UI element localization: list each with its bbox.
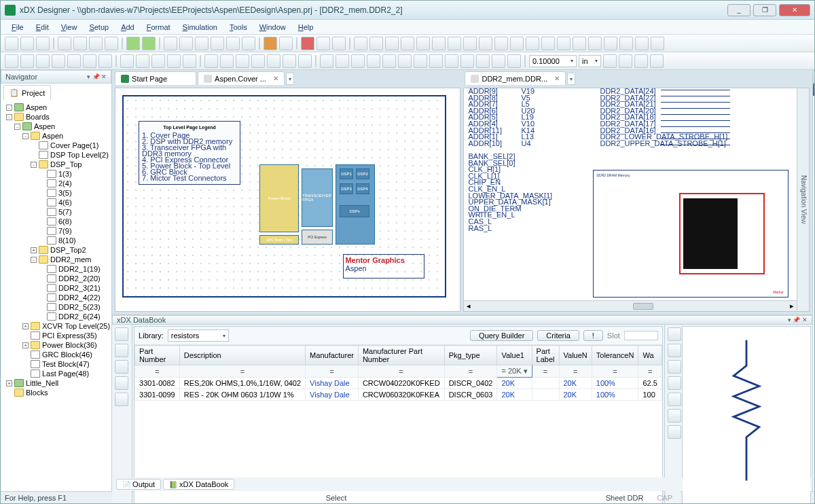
- tree-node[interactable]: PCI Express(35): [2, 331, 110, 340]
- tb-icon[interactable]: [494, 37, 508, 50]
- tree-node[interactable]: 2(4): [2, 179, 110, 188]
- tb-icon[interactable]: [73, 37, 87, 50]
- tb-icon[interactable]: [445, 54, 458, 68]
- tb-icon[interactable]: [242, 37, 255, 50]
- menu-simulation[interactable]: Simulation: [177, 22, 223, 33]
- tree-node[interactable]: DDR2_1(19): [2, 264, 110, 274]
- tb-icon[interactable]: [448, 37, 461, 50]
- tb-icon[interactable]: [226, 37, 240, 50]
- menu-add[interactable]: Add: [115, 22, 140, 33]
- tb-icon[interactable]: [557, 37, 570, 50]
- tb-icon[interactable]: [98, 54, 112, 68]
- tb-icon[interactable]: [604, 37, 617, 50]
- tb-icon[interactable]: [507, 54, 521, 68]
- tab-databook[interactable]: 📗 xDX DataBook: [163, 479, 234, 490]
- tree-node[interactable]: 1(3): [2, 169, 110, 179]
- slot-input[interactable]: [624, 331, 658, 340]
- tb-icon[interactable]: [401, 37, 414, 50]
- tb-icon[interactable]: [251, 54, 265, 68]
- tree-node[interactable]: DDR2_2(20): [2, 274, 110, 283]
- tree-node[interactable]: DDR2_4(22): [2, 293, 110, 302]
- tree-node[interactable]: -DSP_Top: [2, 160, 110, 169]
- db-tool-icon[interactable]: [668, 376, 681, 390]
- close-icon[interactable]: ✕: [550, 75, 560, 82]
- tb-icon[interactable]: [151, 54, 165, 68]
- tree-node[interactable]: Last Page(48): [2, 369, 110, 378]
- tree-node[interactable]: 6(8): [2, 217, 110, 226]
- menu-view[interactable]: View: [56, 22, 83, 33]
- tree-node[interactable]: +Little_Nell: [2, 378, 110, 388]
- warn-button[interactable]: !: [583, 330, 603, 341]
- db-tool-icon[interactable]: [668, 344, 681, 357]
- tree-node[interactable]: GRC Block(46): [2, 350, 110, 359]
- tb-icon[interactable]: [526, 37, 539, 50]
- menu-setup[interactable]: Setup: [84, 22, 114, 33]
- db-tool-icon[interactable]: [115, 344, 128, 357]
- schematic-cover[interactable]: Top Level Page Legend 1. Cover Page2. DS…: [115, 88, 460, 312]
- tree-node[interactable]: 3(5): [2, 188, 110, 198]
- tb-icon[interactable]: [120, 54, 134, 68]
- db-tool-icon[interactable]: [668, 360, 681, 374]
- schematic-ddr2[interactable]: ADDR[9]ADDR[8]ADDR[7]ADDR[6]ADDR[5]ADDR[…: [463, 88, 809, 312]
- tb-icon[interactable]: [183, 54, 196, 68]
- tab-output[interactable]: 📄 Output: [116, 479, 161, 490]
- tb-icon[interactable]: [650, 54, 664, 68]
- tb-icon[interactable]: [89, 37, 103, 50]
- tb-icon[interactable]: [492, 54, 505, 68]
- navigation-view-tab[interactable]: Navigation View: [797, 88, 809, 311]
- table-row[interactable]: 3301-0082RES,20k OHMS,1.0%,1/16W, 0402Vi…: [135, 378, 662, 389]
- tb-icon[interactable]: [211, 37, 224, 50]
- query-builder-button[interactable]: Query Builder: [470, 330, 533, 341]
- hscrollbar[interactable]: ◂▸: [464, 300, 796, 311]
- tb-icon[interactable]: [332, 37, 346, 50]
- tb-icon[interactable]: [105, 37, 118, 50]
- tb-icon[interactable]: [67, 54, 81, 68]
- tb-icon[interactable]: [236, 54, 249, 68]
- menu-edit[interactable]: Edit: [31, 22, 54, 33]
- tab-nav[interactable]: ▾: [567, 73, 575, 85]
- tree-node[interactable]: -Aspen: [2, 103, 110, 112]
- db-tool-icon[interactable]: [115, 376, 128, 390]
- tb-icon[interactable]: [367, 54, 380, 68]
- menu-window[interactable]: Window: [254, 22, 291, 33]
- tree-node[interactable]: DDR2_6(24): [2, 312, 110, 321]
- tb-icon[interactable]: [479, 37, 492, 50]
- tb-icon[interactable]: [414, 54, 427, 68]
- db-tool-icon[interactable]: [668, 393, 681, 406]
- close-button[interactable]: ✕: [779, 4, 810, 16]
- tb-icon[interactable]: [476, 54, 490, 68]
- tb-icon[interactable]: [20, 54, 34, 68]
- tb-icon[interactable]: [179, 37, 193, 50]
- tree-node[interactable]: Cover Page(1): [2, 141, 110, 150]
- tb-icon[interactable]: [136, 54, 149, 68]
- tree-node[interactable]: DSP Top Level(2): [2, 150, 110, 160]
- menu-tools[interactable]: Tools: [224, 22, 253, 33]
- tb-icon[interactable]: [279, 37, 293, 50]
- db-tool-icon[interactable]: [668, 327, 681, 341]
- tree-node[interactable]: 4(6): [2, 198, 110, 207]
- tb-icon[interactable]: [398, 54, 412, 68]
- tb-icon[interactable]: [83, 54, 96, 68]
- tb-icon[interactable]: [463, 37, 477, 50]
- menu-file[interactable]: File: [6, 22, 29, 33]
- tab-nav[interactable]: ▾: [286, 73, 294, 85]
- doc-tab-ddr2[interactable]: DDR2_mem.DDR...✕: [465, 71, 566, 85]
- db-tool-icon[interactable]: [115, 327, 128, 341]
- tb-icon[interactable]: [432, 37, 446, 50]
- doc-tab-cover[interactable]: Aspen.Cover ...✕: [198, 71, 285, 85]
- tree-node[interactable]: 7(9): [2, 226, 110, 236]
- tb-icon[interactable]: [429, 54, 443, 68]
- tb-icon[interactable]: [167, 54, 181, 68]
- maximize-button[interactable]: ❐: [753, 4, 776, 16]
- tb-undo-icon[interactable]: [126, 37, 140, 50]
- tree-node[interactable]: +XCVR Top Level(25): [2, 321, 110, 331]
- close-icon[interactable]: ✕: [269, 75, 278, 82]
- library-select[interactable]: resistors: [168, 329, 229, 342]
- tb-icon[interactable]: [588, 37, 602, 50]
- tb-icon[interactable]: [52, 54, 65, 68]
- tb-icon[interactable]: [5, 54, 18, 68]
- tree-node[interactable]: Test Block(47): [2, 359, 110, 369]
- tb-icon[interactable]: [58, 37, 71, 50]
- tb-icon[interactable]: [264, 37, 277, 50]
- tree-node[interactable]: DDR2_3(21): [2, 283, 110, 293]
